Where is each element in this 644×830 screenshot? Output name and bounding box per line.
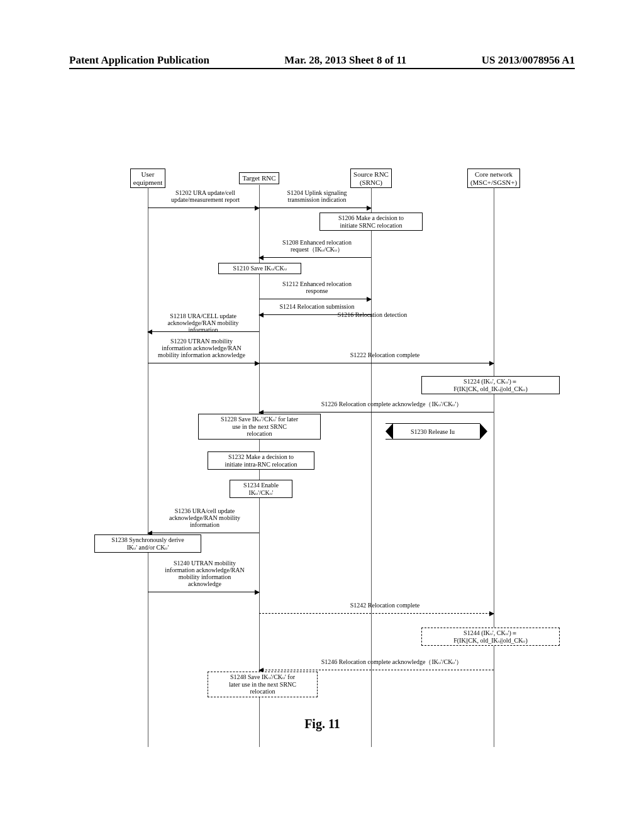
msg-s1226: S1226 Relocation complete acknowledge（IK… [289,401,494,407]
header-left: Patent Application Publication [69,54,209,67]
note-s1232: S1232 Make a decision toinitiate intra-R… [208,451,314,470]
msg-s1202: S1202 URA update/cellupdate/measurement … [148,189,263,203]
msg-s1242: S1242 Relocation complete [327,602,443,609]
msg-s1222: S1222 Relocation complete [327,351,443,358]
actor-ue: Userequipment [130,169,165,188]
msg-s1220: S1220 UTRAN mobilityinformation acknowle… [132,338,271,358]
msg-s1204: S1204 Uplink signalingtransmission indic… [259,189,375,203]
header-right: US 2013/0078956 A1 [482,54,575,67]
msg-s1236: S1236 URA/cell updateacknowledge/RAN mob… [145,507,265,528]
note-s1238: S1238 Synchronously deriveIKᵤ' and/or CK… [94,534,201,553]
msg-s1240: S1240 UTRAN mobilityinformation acknowle… [138,560,271,587]
note-s1206: S1206 Make a decision toinitiate SRNC re… [319,213,423,231]
note-s1248: S1248 Save IKᵤ'/CKᵤ' forlater use in the… [208,672,318,697]
release-iu: S1230 Release Iu [386,423,480,440]
note-s1234: S1234 EnableIKᵤ'/CKᵤ' [230,480,292,498]
actor-source-rnc: Source RNC(SRNC) [350,169,392,188]
sequence-diagram: Userequipment Target RNC Source RNC(SRNC… [138,169,528,747]
msg-s1216: S1216 Relocation detection [314,311,430,318]
note-s1244: S1244 (IKᵤ', CKᵤ')＝F(IK||CK, old_IKᵤ||ol… [421,628,560,646]
actor-core-network: Core network(MSC+/SGSN+) [467,169,520,188]
msg-s1212: S1212 Enhanced relocationresponse [259,280,375,294]
msg-s1246: S1246 Relocation complete acknowledge（IK… [289,658,494,665]
msg-s1218: S1218 URA/CELL updateacknowledge/RAN mob… [138,313,268,333]
actor-target-rnc: Target RNC [239,172,279,184]
msg-s1214: S1214 Relocation submission [259,303,375,310]
msg-s1208: S1208 Enhanced relocationrequest（IKᵤ/CKᵤ… [259,239,375,253]
note-s1228: S1228 Save IKᵤ'/CKᵤ' for lateruse in the… [198,414,321,440]
figure-label: Fig. 11 [286,717,358,731]
note-s1210: S1210 Save IKᵤ/CKᵤ [218,263,301,274]
header-center: Mar. 28, 2013 Sheet 8 of 11 [284,54,406,67]
note-s1224: S1224 (IKᵤ', CKᵤ')＝F(IK||CK, old_IKᵤ||ol… [421,376,560,394]
